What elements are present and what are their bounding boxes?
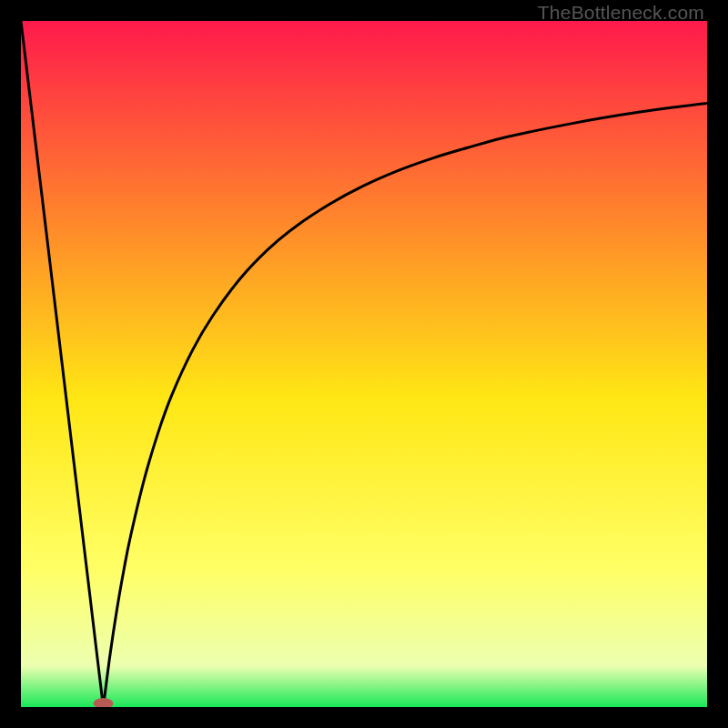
chart-frame: TheBottleneck.com (0, 0, 728, 728)
bottleneck-chart (21, 21, 707, 707)
plot-area (21, 21, 707, 707)
watermark-text: TheBottleneck.com (538, 2, 704, 24)
gradient-background (21, 21, 707, 707)
